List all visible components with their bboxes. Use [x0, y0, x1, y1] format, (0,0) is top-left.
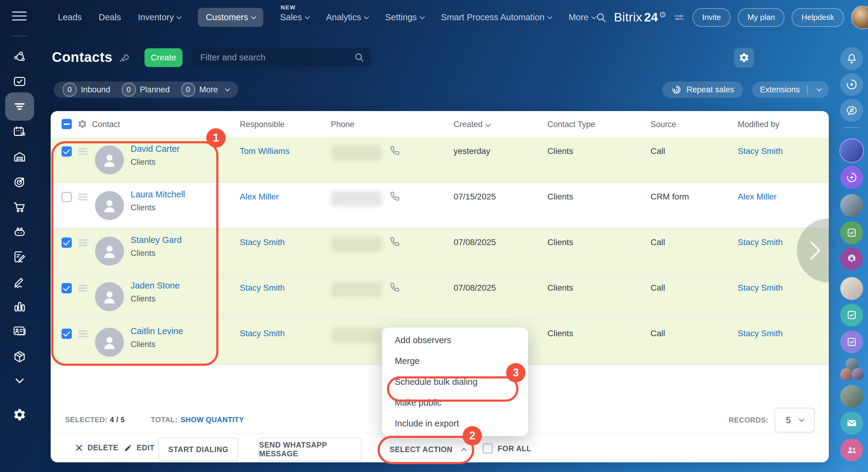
crm-funnel-icon[interactable]: [13, 99, 27, 114]
counter-planned[interactable]: 0Planned: [122, 83, 170, 96]
nav-item-analytics[interactable]: Analytics: [326, 12, 368, 22]
marketing-target-icon[interactable]: [13, 175, 27, 189]
drag-handle-icon[interactable]: [79, 285, 88, 286]
bitrix24-logo[interactable]: Bitrix24: [614, 10, 666, 25]
chat-avatar-1[interactable]: [839, 138, 864, 163]
nav-item-settings[interactable]: Settings: [385, 12, 424, 22]
modified-by-link[interactable]: Stacy Smith: [738, 283, 783, 293]
responsible-link[interactable]: Tom Williams: [240, 146, 289, 156]
notifications-bell-button[interactable]: [840, 47, 863, 70]
pin-icon[interactable]: [118, 52, 131, 65]
show-quantity-link[interactable]: SHOW QUANTITY: [181, 416, 244, 424]
column-header-contact[interactable]: Contact: [92, 119, 120, 129]
nav-item-more[interactable]: More: [568, 12, 596, 22]
contact-name-link[interactable]: Jaden Stone: [131, 281, 180, 291]
clients-chat-button[interactable]: [840, 439, 863, 462]
social-network-icon[interactable]: [13, 50, 27, 64]
responsible-link[interactable]: Alex Miller: [240, 192, 279, 202]
search-icon[interactable]: [354, 52, 364, 62]
drag-handle-icon[interactable]: [79, 330, 88, 332]
grid-settings-button[interactable]: [734, 48, 754, 68]
settings-gear-icon[interactable]: [13, 408, 27, 422]
tasks-chat-button[interactable]: [840, 221, 863, 244]
contact-center-icon[interactable]: [13, 324, 27, 338]
row-checkbox[interactable]: [62, 329, 72, 339]
modified-by-link[interactable]: Stacy Smith: [738, 329, 783, 338]
e-signature-icon[interactable]: [13, 275, 27, 289]
mail-button[interactable]: [840, 412, 863, 435]
planner-icon[interactable]: [13, 125, 27, 139]
responsible-link[interactable]: Stacy Smith: [240, 237, 285, 247]
column-settings-gear-icon[interactable]: [77, 119, 88, 129]
repeat-sales-button[interactable]: Repeat sales: [662, 82, 743, 98]
modified-by-link[interactable]: Alex Miller: [738, 192, 777, 202]
copilot-button[interactable]: [840, 73, 863, 96]
menu-item-merge[interactable]: Merge: [382, 351, 528, 372]
openai-assistant-button[interactable]: [840, 247, 863, 270]
records-per-page-select[interactable]: 5: [775, 408, 815, 433]
column-header-contact-type[interactable]: Contact Type: [548, 119, 595, 129]
chat-avatar-3[interactable]: [840, 385, 863, 408]
contact-name-link[interactable]: Caitlin Levine: [131, 326, 183, 336]
menu-item-add-observers[interactable]: Add observers: [382, 330, 528, 351]
extensions-button[interactable]: Extensions: [752, 82, 829, 98]
chat-avatar-2[interactable]: [840, 194, 863, 217]
nav-item-customers[interactable]: Customers: [198, 8, 263, 27]
drag-handle-icon[interactable]: [79, 239, 88, 240]
column-header-source[interactable]: Source: [651, 119, 677, 129]
menu-item-include-in-export[interactable]: Include in export: [382, 413, 528, 434]
nav-item-leads[interactable]: Leads: [58, 12, 82, 22]
responsible-link[interactable]: Stacy Smith: [240, 329, 285, 338]
chevron-down-icon[interactable]: [13, 376, 27, 386]
group-chat-avatars[interactable]: [840, 358, 863, 381]
contact-name-link[interactable]: Laura Mitchell: [131, 189, 185, 200]
drag-handle-icon[interactable]: [79, 148, 88, 149]
phone-call-icon[interactable]: [390, 283, 400, 292]
store-cart-icon[interactable]: [13, 200, 27, 214]
messenger-button[interactable]: [840, 99, 863, 122]
column-header-responsible[interactable]: Responsible: [240, 119, 285, 129]
phone-call-icon[interactable]: [390, 191, 400, 201]
invite-button[interactable]: Invite: [692, 8, 731, 27]
menu-item-make-public[interactable]: Make public: [382, 392, 528, 413]
documents-edit-icon[interactable]: [13, 250, 27, 264]
catalog-box-icon[interactable]: [13, 350, 27, 364]
for-all-checkbox[interactable]: [483, 443, 493, 453]
analytics-chart-icon[interactable]: [13, 300, 27, 314]
start-dialing-button[interactable]: START DIALING: [158, 438, 238, 461]
responsible-link[interactable]: Stacy Smith: [240, 283, 285, 293]
send-whatsapp-button[interactable]: SEND WHATSAPP MESSAGE: [258, 438, 362, 461]
row-checkbox[interactable]: [62, 192, 72, 202]
modified-by-link[interactable]: Stacy Smith: [738, 146, 783, 156]
nav-item-deals[interactable]: Deals: [99, 12, 121, 22]
counter-more[interactable]: 0More: [181, 83, 229, 96]
column-header-created[interactable]: Created: [454, 119, 490, 129]
search-icon[interactable]: [596, 12, 607, 23]
my-plan-button[interactable]: My plan: [738, 8, 784, 27]
row-checkbox[interactable]: [62, 283, 72, 293]
nav-item-inventory[interactable]: Inventory: [138, 12, 181, 22]
chat-avatar-cat[interactable]: [840, 277, 863, 300]
copilot-chat-button[interactable]: [840, 166, 863, 189]
contact-name-link[interactable]: David Carter: [131, 144, 180, 154]
phone-call-icon[interactable]: [390, 146, 400, 155]
inbox-purple-button[interactable]: [840, 330, 863, 353]
edit-button[interactable]: EDIT: [124, 443, 154, 452]
inbox-teal-button[interactable]: [840, 304, 863, 327]
nav-item-sales[interactable]: NEWSales: [280, 12, 309, 22]
contact-name-link[interactable]: Stanley Gard: [131, 235, 182, 245]
menu-hamburger-icon[interactable]: [12, 11, 27, 22]
drag-handle-icon[interactable]: [79, 194, 88, 195]
plan-sliders-icon[interactable]: [673, 11, 685, 24]
column-header-modified-by[interactable]: Modified by: [738, 119, 779, 129]
column-header-phone[interactable]: Phone: [331, 119, 354, 129]
delete-button[interactable]: DELETE: [75, 443, 118, 452]
modified-by-link[interactable]: Stacy Smith: [738, 237, 783, 247]
chat-avatar-4[interactable]: [840, 465, 863, 472]
user-avatar[interactable]: [851, 6, 868, 29]
warehouse-icon[interactable]: [13, 150, 27, 164]
row-checkbox[interactable]: [62, 237, 72, 248]
ai-bot-icon[interactable]: [13, 225, 27, 239]
filter-search-input[interactable]: [192, 53, 354, 62]
counter-inbound[interactable]: 0Inbound: [63, 83, 111, 96]
